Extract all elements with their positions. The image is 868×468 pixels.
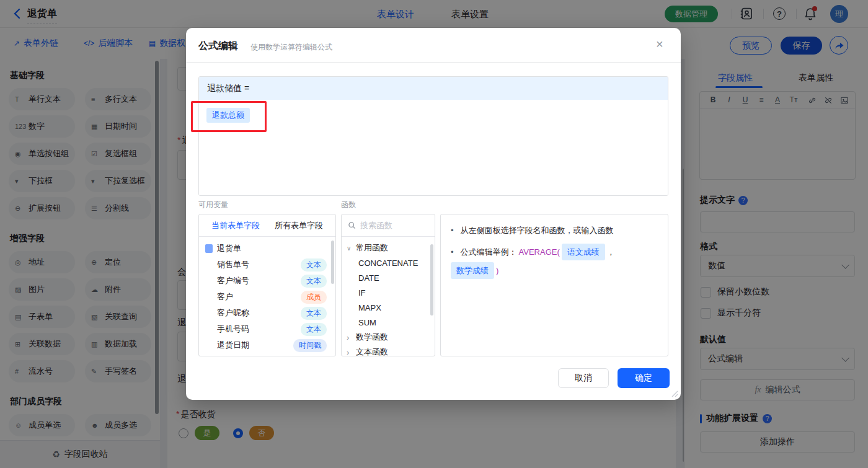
formula-edit-modal: 公式编辑 使用数学运算符编辑公式 × 退款储值 = 退款总额 可用变量 函数 当… xyxy=(186,28,681,400)
form-designer-screen: 退货单 表单设计 表单设置 数据管理 ? 理 ↗ 表单外链 </> 后端脚本 ▤ xyxy=(0,0,868,468)
functions-label: 函数 xyxy=(341,200,356,210)
variables-tabs: 当前表单字段 所有表单字段 xyxy=(199,214,335,237)
variable-field-row[interactable]: 销售单号 文本 xyxy=(205,257,332,273)
formula-editor[interactable]: 退款储值 = 退款总额 xyxy=(198,76,668,196)
field-type-badge: 文本 xyxy=(301,323,327,336)
tab-all-form-fields[interactable]: 所有表单字段 xyxy=(275,220,323,231)
cancel-button[interactable]: 取消 xyxy=(558,368,609,388)
formula-target-bar: 退款储值 = xyxy=(199,77,668,100)
variables-panel: 当前表单字段 所有表单字段 退货单 销售单号 文本 xyxy=(198,214,336,356)
function-list-row[interactable]: CONCATENATE xyxy=(342,255,435,270)
resize-handle[interactable] xyxy=(671,390,678,397)
function-list-row[interactable]: SUM xyxy=(342,315,435,330)
field-type-badge: 文本 xyxy=(301,275,327,288)
function-list-row[interactable]: 常用函数 xyxy=(342,241,435,255)
function-list-row[interactable]: DATE xyxy=(342,270,435,285)
variables-scrollbar[interactable] xyxy=(331,241,334,284)
field-type-badge: 文本 xyxy=(301,307,327,320)
functions-scrollbar[interactable] xyxy=(430,244,433,316)
tab-current-form-fields[interactable]: 当前表单字段 xyxy=(211,220,260,231)
help-line-2: 公式编辑举例：AVERAGE( 语文成绩 ， 数学成绩 ) xyxy=(451,244,658,279)
function-search[interactable] xyxy=(342,214,435,237)
variable-field-row[interactable]: 退货日期 时间戳 xyxy=(205,337,332,353)
function-search-input[interactable] xyxy=(360,221,422,230)
functions-panel: 常用函数 CONCATENATE DATE IF MAPX SUM 数学函数 文… xyxy=(341,214,435,356)
function-list: 常用函数 CONCATENATE DATE IF MAPX SUM 数学函数 文… xyxy=(342,237,435,363)
function-list-row[interactable]: 文本函数 xyxy=(342,345,435,360)
variables-tree: 退货单 销售单号 文本 客户编号 文本 xyxy=(199,237,335,353)
modal-subtitle: 使用数学运算符编辑公式 xyxy=(250,42,332,53)
variable-field-row[interactable]: 客户 成员 xyxy=(205,289,332,305)
modal-title: 公式编辑 xyxy=(198,40,238,53)
variable-field-row[interactable]: 客户昵称 文本 xyxy=(205,305,332,321)
field-type-badge: 时间戳 xyxy=(293,339,327,352)
variable-field-row[interactable]: 手机号码 文本 xyxy=(205,321,332,337)
example-chip: 数学成绩 xyxy=(451,262,494,279)
search-icon xyxy=(348,221,356,229)
confirm-button[interactable]: 确定 xyxy=(618,368,670,388)
annotation-highlight-box xyxy=(191,101,267,132)
function-list-row[interactable]: 数学函数 xyxy=(342,330,435,345)
variable-field-row[interactable]: 客户编号 文本 xyxy=(205,273,332,289)
help-line-1: 从左侧面板选择字段名和函数，或输入函数 xyxy=(451,224,658,237)
modal-header: 公式编辑 使用数学运算符编辑公式 × xyxy=(186,28,681,63)
close-icon[interactable]: × xyxy=(656,38,663,50)
example-chip: 语文成绩 xyxy=(562,244,605,260)
form-icon xyxy=(205,244,213,253)
field-type-badge: 成员 xyxy=(301,291,327,304)
function-list-row[interactable]: IF xyxy=(342,285,435,300)
form-node[interactable]: 退货单 xyxy=(205,241,332,257)
variables-label: 可用变量 xyxy=(198,200,228,210)
formula-body[interactable]: 退款总额 xyxy=(199,100,668,196)
function-list-row[interactable]: MAPX xyxy=(342,300,435,315)
field-type-badge: 文本 xyxy=(301,258,327,272)
formula-help-panel: 从左侧面板选择字段名和函数，或输入函数 公式编辑举例：AVERAGE( 语文成绩… xyxy=(440,214,668,356)
